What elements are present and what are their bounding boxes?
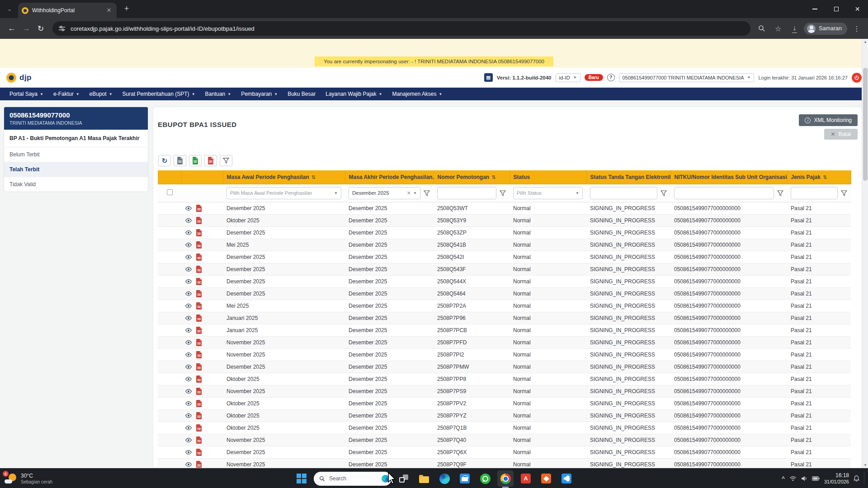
url-bar[interactable]: coretaxdjp.pajak.go.id/withholding-slips… [52, 21, 750, 36]
nav-item-manajemen-akses[interactable]: Manajemen Akses▼ [387, 88, 447, 100]
logout-button[interactable] [852, 73, 862, 83]
pdf-button[interactable] [196, 388, 202, 395]
pdf-button[interactable] [196, 278, 202, 285]
view-button[interactable] [185, 303, 192, 309]
pdf-button[interactable] [196, 327, 202, 334]
row-select-cell[interactable] [158, 385, 181, 397]
view-button[interactable] [185, 242, 192, 248]
nav-item-spt[interactable]: Surat Pemberitahuan (SPT)▼ [118, 88, 200, 100]
header-masa-akhir[interactable]: Masa Akhir Periode Penghasilan... [345, 170, 434, 184]
sidebar-item-tidak-valid[interactable]: Tidak Valid [4, 177, 148, 192]
view-button[interactable] [185, 218, 192, 223]
app-orange-button[interactable] [538, 470, 554, 487]
refresh-button[interactable]: ↻ [158, 155, 171, 166]
pdf-button[interactable] [196, 266, 202, 273]
forward-icon[interactable]: → [19, 21, 33, 36]
chrome-button[interactable] [497, 470, 514, 487]
header-status-ttd[interactable]: Status Tanda Tangan Elektronik... [586, 170, 670, 184]
row-select-cell[interactable] [158, 336, 181, 348]
filter-funnel-icon[interactable] [777, 190, 783, 196]
pdf-button[interactable] [196, 302, 202, 310]
export-pdf-button[interactable] [204, 155, 217, 166]
whatsapp-button[interactable] [477, 470, 493, 487]
tab-search-icon[interactable]: ⌄ [3, 2, 16, 16]
row-select-cell[interactable] [158, 446, 181, 458]
row-select-cell[interactable] [158, 214, 181, 226]
taskbar-search[interactable]: Search [314, 472, 392, 486]
header-nomor-pemotongan[interactable]: Nomor Pemotongan⇅ [434, 170, 509, 184]
view-button[interactable] [185, 389, 192, 394]
view-button[interactable] [185, 328, 192, 333]
widgets-button[interactable]: 6 30°C Sebagian cerah [5, 469, 52, 488]
header-nitku[interactable]: NITKU/Nomor Identitas Sub Unit Organisas… [670, 170, 787, 184]
row-select-cell[interactable] [158, 312, 181, 324]
nav-item-ebupot[interactable]: eBupot▼ [85, 88, 118, 100]
view-button[interactable] [185, 267, 192, 272]
minimize-button[interactable] [804, 0, 826, 18]
pdf-button[interactable] [196, 375, 202, 383]
batal-button[interactable]: ✕ Batal [824, 129, 858, 140]
row-select-cell[interactable] [158, 409, 181, 422]
masa-akhir-filter-select[interactable]: Desember 2025 ✕ ▼ [349, 187, 420, 199]
pdf-button[interactable] [196, 290, 202, 297]
clear-filter-icon[interactable]: ✕ [407, 190, 411, 196]
row-select-cell[interactable] [158, 397, 181, 409]
pdf-button[interactable] [196, 241, 202, 249]
pdf-button[interactable] [196, 412, 202, 419]
export-csv-button[interactable] [174, 155, 186, 166]
filter-funnel-icon[interactable] [660, 190, 667, 196]
pdf-button[interactable] [196, 205, 202, 212]
account-select[interactable]: 0508615499077000 TRINITI MEDIATAMA INDON… [619, 73, 755, 82]
view-button[interactable] [185, 437, 192, 443]
pdf-button[interactable] [196, 424, 202, 432]
nitku-filter-input[interactable] [674, 187, 774, 199]
nav-item-e-faktur[interactable]: e-Faktur▼ [48, 88, 85, 100]
browser-tab[interactable]: WithholdingPortal ✕ [18, 3, 117, 18]
select-all-checkbox[interactable] [167, 189, 173, 195]
view-button[interactable] [185, 376, 192, 382]
view-button[interactable] [185, 315, 192, 321]
row-select-cell[interactable] [158, 324, 181, 336]
row-select-cell[interactable] [158, 239, 181, 251]
bookmark-star-icon[interactable]: ☆ [771, 22, 785, 35]
row-select-cell[interactable] [158, 226, 181, 239]
store-button[interactable] [457, 470, 473, 487]
nav-item-pembayaran[interactable]: Pembayaran▼ [236, 88, 283, 100]
row-select-cell[interactable] [158, 348, 181, 361]
nav-item-bantuan[interactable]: Bantuan▼ [200, 88, 236, 100]
djp-logo[interactable]: djp [6, 73, 32, 83]
header-masa-awal[interactable]: Masa Awal Periode Penghasilan⇅ [223, 170, 345, 184]
view-button[interactable] [185, 254, 192, 260]
nav-item-layanan-wp[interactable]: Layanan Wajib Pajak▼ [321, 88, 387, 100]
maximize-button[interactable] [826, 0, 847, 18]
pdf-button[interactable] [196, 253, 202, 261]
view-button[interactable] [185, 230, 192, 235]
sidebar-item-telah-terbit[interactable]: Telah Terbit [4, 162, 148, 177]
task-view-button[interactable] [396, 470, 412, 487]
filter-funnel-icon[interactable] [424, 190, 430, 196]
vscode-button[interactable] [558, 470, 575, 487]
notification-bell-icon[interactable] [854, 475, 859, 482]
view-button[interactable] [185, 340, 192, 345]
header-jenis-pajak[interactable]: Jenis Pajak⇅ [787, 170, 851, 184]
search-tabs-icon[interactable] [755, 22, 769, 35]
app-grid-icon[interactable]: ▦ [484, 73, 493, 82]
row-select-cell[interactable] [158, 287, 181, 300]
view-button[interactable] [185, 364, 192, 370]
masa-awal-filter-select[interactable]: Pilih Masa Awal Periode Penghasilan ▼ [226, 187, 341, 199]
status-filter-select[interactable]: Pilih Status ▼ [513, 187, 583, 199]
reload-icon[interactable]: ↻ [33, 21, 48, 36]
row-select-cell[interactable] [158, 275, 181, 287]
back-icon[interactable]: ← [5, 21, 19, 36]
language-select[interactable]: id-ID ▼ [556, 73, 580, 82]
row-select-cell[interactable] [158, 202, 181, 214]
scroll-up-icon[interactable]: ▲ [862, 40, 868, 44]
page-scrollbar[interactable]: ▲ ▼ [862, 39, 868, 468]
filter-funnel-icon[interactable] [500, 190, 506, 196]
pdf-button[interactable] [196, 229, 202, 236]
view-button[interactable] [185, 206, 192, 211]
row-select-cell[interactable] [158, 251, 181, 263]
view-button[interactable] [185, 425, 192, 431]
filter-funnel-icon[interactable] [841, 190, 847, 196]
pdf-button[interactable] [196, 314, 202, 322]
